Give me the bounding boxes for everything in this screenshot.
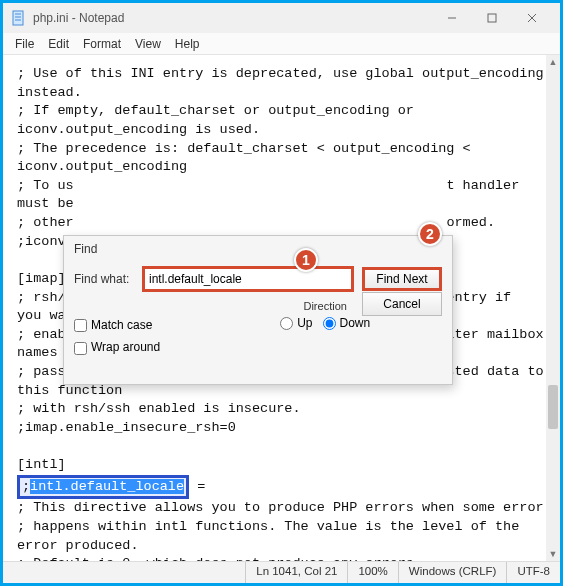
find-what-input[interactable] (149, 272, 347, 286)
status-cursor-position: Ln 1041, Col 21 (245, 562, 347, 583)
window-title: php.ini - Notepad (33, 11, 432, 25)
vertical-scrollbar[interactable]: ▲ ▼ (546, 55, 560, 561)
dialog-title: Find (74, 242, 442, 256)
find-dialog: 1 2 Find Find what: Find Next Cancel Mat… (63, 235, 453, 385)
notepad-icon (11, 10, 27, 26)
status-zoom: 100% (347, 562, 397, 583)
annotation-badge-2: 2 (418, 222, 442, 246)
direction-label: Direction (280, 300, 370, 312)
scroll-down-arrow-icon[interactable]: ▼ (546, 547, 560, 561)
close-button[interactable] (512, 8, 552, 28)
find-what-input-wrap (142, 266, 354, 292)
search-match-highlight: ;intl.default_locale (17, 475, 189, 500)
statusbar: Ln 1041, Col 21 100% Windows (CRLF) UTF-… (3, 561, 560, 583)
match-case-checkbox[interactable]: Match case (74, 318, 160, 332)
svg-rect-0 (13, 11, 23, 25)
wrap-around-checkbox[interactable]: Wrap around (74, 340, 160, 354)
menu-view[interactable]: View (129, 35, 167, 53)
selected-text: intl.default_locale (30, 479, 184, 494)
direction-group: Direction Up Down (280, 300, 370, 330)
editor-area[interactable]: ; Use of this INI entry is deprecated, u… (3, 55, 560, 561)
find-what-label: Find what: (74, 272, 134, 286)
menubar: File Edit Format View Help (3, 33, 560, 55)
titlebar: php.ini - Notepad (3, 3, 560, 33)
status-line-ending: Windows (CRLF) (398, 562, 507, 583)
svg-rect-5 (488, 14, 496, 22)
menu-format[interactable]: Format (77, 35, 127, 53)
annotation-badge-1: 1 (294, 248, 318, 272)
menu-file[interactable]: File (9, 35, 40, 53)
scrollbar-thumb[interactable] (548, 385, 558, 429)
cancel-button[interactable]: Cancel (362, 292, 442, 316)
menu-help[interactable]: Help (169, 35, 206, 53)
menu-edit[interactable]: Edit (42, 35, 75, 53)
maximize-button[interactable] (472, 8, 512, 28)
minimize-button[interactable] (432, 8, 472, 28)
find-next-button[interactable]: Find Next (362, 267, 442, 291)
scroll-up-arrow-icon[interactable]: ▲ (546, 55, 560, 69)
status-encoding: UTF-8 (506, 562, 560, 583)
direction-down-radio[interactable]: Down (323, 316, 371, 330)
direction-up-radio[interactable]: Up (280, 316, 312, 330)
